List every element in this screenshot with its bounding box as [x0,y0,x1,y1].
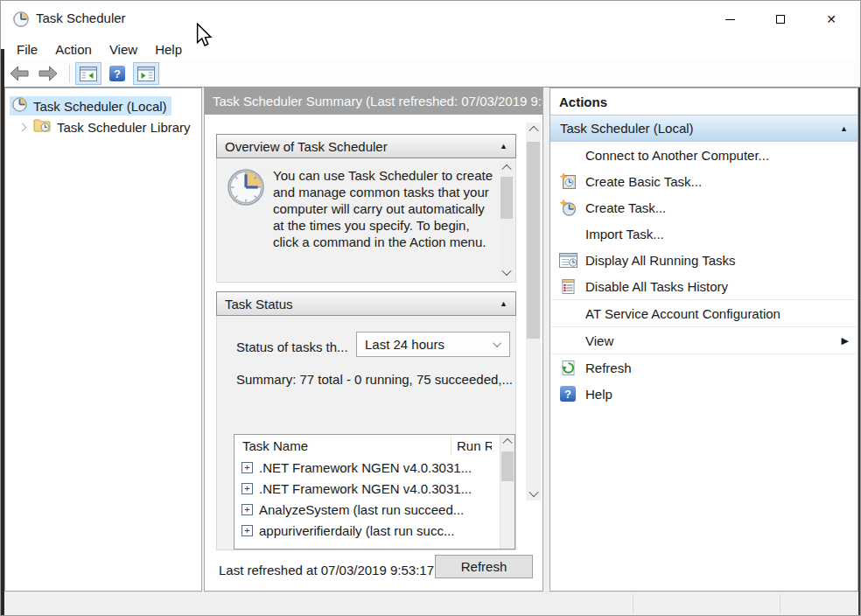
status-bar [1,592,860,615]
overview-section: Overview of Task Scheduler ▲ [216,134,516,283]
action-item[interactable]: Disable All Tasks History [550,273,858,299]
time-range-dropdown[interactable]: Last 24 hours [356,332,510,357]
actions-pane-title: Actions [550,88,858,116]
refresh-button[interactable]: Refresh [435,555,533,578]
action-item[interactable]: Display All Running Tasks [550,247,858,273]
desktop-edge [1,49,4,615]
expand-plus-icon[interactable]: + [242,483,253,494]
action-item[interactable]: Create Task... [550,194,858,220]
summary-body: Overview of Task Scheduler ▲ [205,115,542,550]
task-scheduler-clock-icon [13,11,29,31]
chevron-right-icon[interactable] [18,122,27,131]
overview-section-header[interactable]: Overview of Task Scheduler ▲ [216,134,516,158]
show-hide-action-pane-button[interactable] [133,62,159,85]
action-item[interactable]: Connect to Another Computer... [550,142,858,168]
scroll-up-icon[interactable] [526,122,541,136]
menu-help[interactable]: Help [146,40,191,59]
chevron-down-icon [493,339,501,347]
table-row[interactable]: +.NET Framework NGEN v4.0.3031... [234,457,500,478]
action-item[interactable]: Refresh [550,354,858,381]
collapse-icon[interactable]: ▲ [500,142,508,150]
task-status-summary: Summary: 77 total - 0 running, 75 succee… [236,372,513,387]
last-refreshed-text: Last refreshed at 07/03/2019 9:53:17 [219,563,434,578]
action-item[interactable]: ?Help [550,381,858,407]
task-table-scrollbar[interactable] [500,435,514,549]
create-task-icon [558,199,578,216]
status-filter-label: Status of tasks th... [236,340,348,354]
icon-spacer [558,304,578,322]
icon-spacer [558,332,578,349]
help-toolbar-button[interactable]: ? [104,62,130,85]
menu-action[interactable]: Action [46,40,101,59]
status-separator [780,594,780,613]
maximize-icon [776,15,785,24]
tree-item-label: Task Scheduler Library [57,120,191,135]
task-name: AnalyzeSystem (last run succeed... [259,502,464,517]
action-item-label: Connect to Another Computer... [585,148,769,163]
minimize-button[interactable] [704,1,755,38]
create-basic-task-icon [558,172,578,190]
scroll-down-icon[interactable] [526,486,541,500]
column-task-name[interactable]: Task Name [242,438,308,453]
collapse-icon[interactable]: ▲ [500,299,508,308]
action-item[interactable]: Create Basic Task... [550,168,858,194]
action-item[interactable]: View▶ [550,327,858,354]
expand-plus-icon[interactable]: + [242,525,253,536]
summary-panel: Task Scheduler Summary (Last refreshed: … [204,88,543,592]
actions-panel: Actions Task Scheduler (Local) ▲ Connect… [550,88,858,592]
close-button[interactable]: ✕ [806,1,857,38]
task-status-section-header[interactable]: Task Status ▲ [216,291,516,316]
column-divider[interactable] [451,437,452,455]
tree-item-label: Task Scheduler (Local) [33,99,167,114]
forward-arrow-icon [38,66,58,81]
overview-scrollbar[interactable] [500,161,514,279]
status-separator [633,594,634,613]
action-item-label: Display All Running Tasks [585,253,735,268]
window-title: Task Scheduler [36,10,126,25]
task-scheduler-window: Task Scheduler ✕ File Action View Help [0,0,861,616]
tree-item-task-scheduler-library[interactable]: Task Scheduler Library [5,117,201,136]
task-scheduler-logo-icon [228,169,264,209]
expand-plus-icon[interactable]: + [242,504,253,515]
action-item[interactable]: AT Service Account Configuration [550,300,858,326]
scroll-up-icon[interactable] [500,161,514,175]
actions-list: Connect to Another Computer...Create Bas… [550,142,858,407]
scroll-down-icon[interactable] [500,265,514,279]
actions-group-header[interactable]: Task Scheduler (Local) ▲ [550,116,858,142]
task-table: Task Name Run R +.NET Framework NGEN v4.… [234,434,515,550]
show-hide-console-tree-button[interactable] [75,62,102,85]
table-row[interactable]: +.NET Framework NGEN v4.0.3031... [234,478,500,499]
forward-button[interactable] [35,62,61,85]
summary-footer: Last refreshed at 07/03/2019 9:53:17 Ref… [205,550,542,591]
table-row[interactable]: +appuriverifierdaily (last run succ... [234,520,500,541]
actions-group-title: Task Scheduler (Local) [560,121,694,136]
title-bar[interactable]: Task Scheduler ✕ [1,1,860,38]
submenu-arrow-icon: ▶ [842,335,849,346]
menu-view[interactable]: View [101,40,146,59]
task-name: .NET Framework NGEN v4.0.3031... [259,481,472,496]
overview-text: You can use Task Scheduler to create and… [273,167,494,250]
back-button[interactable] [6,62,32,85]
action-item-label: Import Task... [585,227,664,242]
overview-title: Overview of Task Scheduler [225,139,388,154]
task-table-rows: +.NET Framework NGEN v4.0.3031...+.NET F… [234,457,500,549]
collapse-icon[interactable]: ▲ [840,124,848,133]
summary-scrollbar[interactable] [526,122,541,500]
scrollbar-thumb[interactable] [527,142,540,339]
expand-plus-icon[interactable]: + [242,462,253,473]
maximize-button[interactable] [755,1,806,38]
minimize-icon [725,19,735,20]
tree-item-task-scheduler-local[interactable]: Task Scheduler (Local) [10,96,172,116]
console-tree-icon [80,66,97,81]
column-run-result[interactable]: Run R [457,438,492,453]
action-item-label: Create Task... [585,200,666,215]
table-row[interactable]: +AnalyzeSystem (last run succeed... [234,499,500,520]
icon-spacer [558,146,578,164]
scrollbar-thumb[interactable] [501,452,514,481]
scrollbar-thumb[interactable] [500,177,513,219]
scroll-up-icon[interactable] [500,435,514,449]
action-item-label: Help [585,387,612,402]
icon-spacer [558,225,578,242]
action-item[interactable]: Import Task... [550,220,858,247]
menu-file[interactable]: File [8,40,46,59]
